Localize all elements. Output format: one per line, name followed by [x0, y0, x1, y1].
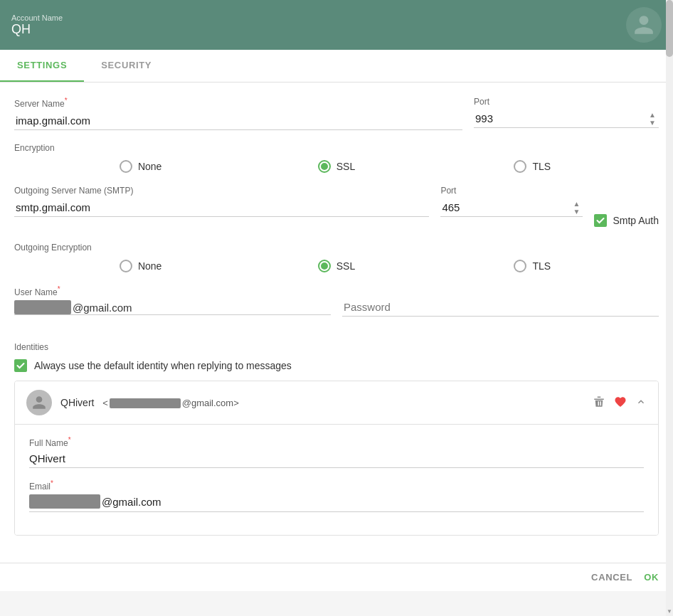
default-identity-checkbox[interactable] — [14, 359, 27, 372]
chevron-up-icon — [635, 396, 647, 408]
encryption-group: Encryption None SSL TLS — [14, 143, 659, 173]
identities-section: Identities Always use the default identi… — [14, 342, 659, 536]
port-label: Port — [474, 97, 659, 107]
encryption-ssl-option[interactable]: SSL — [238, 160, 434, 173]
account-name-value: QH — [11, 22, 63, 37]
encryption-none-radio[interactable] — [120, 160, 132, 173]
encryption-radio-row: None SSL TLS — [14, 160, 659, 173]
server-port-row: Server Name* Port ▲ ▼ — [14, 97, 659, 143]
account-avatar — [626, 7, 662, 43]
encryption-none-label: None — [138, 161, 161, 172]
outgoing-port-label: Port — [440, 186, 583, 196]
encryption-tls-radio[interactable] — [514, 160, 526, 173]
smtp-auth-label: Smtp Auth — [613, 215, 659, 226]
tabs-bar: SETTINGS SECURITY — [0, 50, 673, 83]
default-identity-label: Always use the default identity when rep… — [34, 360, 292, 371]
username-redacted-block — [14, 300, 71, 314]
scrollbar-track[interactable]: ▲ ▼ — [666, 0, 673, 616]
outgoing-server-label: Outgoing Server Name (SMTP) — [14, 186, 429, 196]
checkmark-icon — [596, 216, 605, 225]
identity-card: QHivert <@gmail.com> — [14, 381, 659, 536]
username-input-wrapper: @gmail.com — [14, 300, 331, 315]
full-name-label: Full Name* — [29, 436, 644, 448]
port-field: Port ▲ ▼ — [474, 97, 659, 130]
user-pass-row: User Name* @gmail.com . — [14, 285, 659, 329]
port-down-button[interactable]: ▼ — [646, 119, 659, 127]
person-icon — [632, 14, 655, 36]
port-input[interactable] — [474, 110, 643, 127]
identity-card-header: QHivert <@gmail.com> — [15, 381, 658, 425]
smtp-auth-col: Smtp Auth — [594, 214, 659, 230]
identity-favorite-button[interactable] — [614, 395, 627, 410]
account-header: Account Name QH — [0, 0, 673, 50]
outgoing-encryption-tls-option[interactable]: TLS — [435, 260, 630, 272]
outgoing-encryption-label: Outgoing Encryption — [14, 243, 659, 253]
scroll-thumb[interactable] — [666, 0, 673, 57]
identity-avatar — [26, 390, 52, 415]
identity-email-redacted-inline — [108, 398, 182, 408]
outgoing-encryption-group: Outgoing Encryption None SSL TLS — [14, 243, 659, 272]
encryption-ssl-radio[interactable] — [318, 160, 331, 173]
server-name-field: Server Name* — [14, 97, 462, 130]
encryption-ssl-dot — [321, 163, 328, 170]
outgoing-encryption-none-radio[interactable] — [120, 260, 132, 272]
port-up-button[interactable]: ▲ — [646, 111, 659, 119]
cancel-button[interactable]: CANCEL — [591, 572, 632, 583]
ok-button[interactable]: OK — [644, 572, 659, 583]
identity-card-body: Full Name* QHivert Email* @gmail.com — [15, 425, 658, 535]
smtp-auth-checkbox[interactable] — [594, 214, 607, 227]
tab-settings[interactable]: SETTINGS — [0, 50, 84, 82]
username-label: User Name* — [14, 285, 331, 297]
page-wrapper: Account Name QH SETTINGS SECURITY Server… — [0, 0, 673, 616]
server-name-label: Server Name* — [14, 97, 462, 109]
outgoing-server-input[interactable] — [14, 198, 429, 217]
outgoing-encryption-ssl-dot — [321, 262, 328, 270]
username-field: User Name* @gmail.com — [14, 285, 331, 317]
encryption-tls-option[interactable]: TLS — [435, 160, 630, 173]
outgoing-encryption-tls-radio[interactable] — [514, 260, 526, 272]
main-content: Server Name* Port ▲ ▼ Encryption — [0, 83, 673, 563]
password-field: . — [342, 285, 659, 317]
trash-icon — [593, 395, 605, 408]
outgoing-encryption-ssl-option[interactable]: SSL — [238, 260, 434, 272]
outgoing-port-input[interactable] — [440, 198, 567, 216]
account-header-left: Account Name QH — [11, 14, 63, 37]
encryption-none-option[interactable]: None — [43, 160, 238, 173]
email-suffix: @gmail.com — [102, 496, 161, 508]
identity-email-value: @gmail.com — [29, 494, 644, 512]
outgoing-port-spinners: ▲ ▼ — [571, 200, 583, 216]
outgoing-encryption-none-option[interactable]: None — [43, 260, 238, 272]
encryption-ssl-label: SSL — [336, 161, 355, 172]
password-label: . — [342, 285, 659, 295]
identity-delete-button[interactable] — [593, 395, 605, 410]
heart-icon — [614, 395, 627, 408]
outgoing-port-field: Port ▲ ▼ — [440, 186, 583, 217]
bottom-bar: CANCEL OK — [0, 563, 673, 591]
outgoing-server-field: Outgoing Server Name (SMTP) — [14, 186, 429, 217]
identity-person-icon — [31, 395, 47, 410]
email-redacted-block — [29, 494, 100, 509]
tab-security[interactable]: SECURITY — [84, 50, 169, 82]
outgoing-encryption-radio-row: None SSL TLS — [14, 260, 659, 272]
port-wrapper: ▲ ▼ — [474, 110, 659, 128]
identity-expand-button[interactable] — [635, 396, 647, 410]
outgoing-encryption-ssl-radio[interactable] — [318, 260, 331, 272]
identity-name-display: QHivert <@gmail.com> — [60, 397, 593, 409]
outgoing-port-up-button[interactable]: ▲ — [571, 200, 583, 208]
server-name-input[interactable] — [14, 112, 462, 130]
email-field: Email* @gmail.com — [29, 479, 644, 512]
password-input[interactable] — [342, 298, 659, 317]
outgoing-port-down-button[interactable]: ▼ — [571, 208, 583, 216]
encryption-tls-label: TLS — [532, 161, 551, 172]
outgoing-encryption-none-label: None — [138, 260, 161, 272]
identity-actions — [593, 395, 647, 410]
port-spinners: ▲ ▼ — [646, 111, 659, 127]
outgoing-encryption-tls-label: TLS — [532, 260, 551, 272]
scroll-down-button[interactable]: ▼ — [666, 606, 673, 616]
smtp-row: Outgoing Server Name (SMTP) Port ▲ ▼ Smt… — [14, 186, 659, 230]
username-suffix: @gmail.com — [73, 302, 132, 314]
full-name-field: Full Name* QHivert — [29, 436, 644, 468]
full-name-value: QHivert — [29, 451, 644, 468]
default-identity-row: Always use the default identity when rep… — [14, 359, 659, 372]
identities-label: Identities — [14, 342, 659, 352]
